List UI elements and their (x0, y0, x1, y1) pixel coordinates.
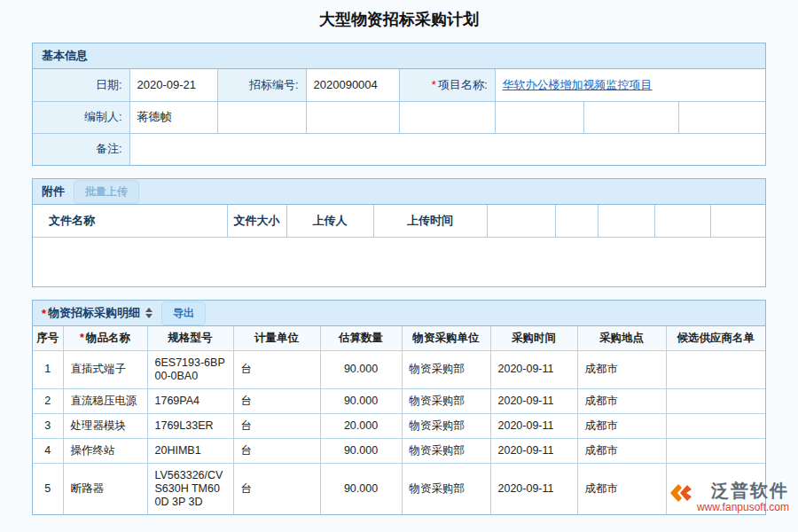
details-column-header: 采购地点 (577, 326, 666, 350)
table-cell: 3 (33, 413, 63, 438)
compiler-label: 编制人: (33, 101, 129, 133)
table-cell: 90.000 (320, 438, 402, 463)
bid-no-value: 2020090004 (306, 69, 399, 101)
sort-icon[interactable] (145, 308, 153, 318)
table-cell: 2020-09-11 (490, 463, 577, 514)
table-cell: 1 (33, 350, 63, 388)
empty-cell (495, 101, 583, 133)
basic-info-section-header: 基本信息 (33, 43, 765, 69)
watermark-brand: 泛普软件 (711, 480, 789, 501)
project-name-label-text: 项目名称: (438, 78, 488, 91)
fanpu-logo-icon (669, 480, 693, 509)
table-cell: 操作终站 (63, 438, 147, 463)
basic-info-table: 日期: 2020-09-21 招标编号: 2020090004 *项目名称: 华… (33, 69, 765, 165)
table-row[interactable]: 1直插式端子6ES7193-6BP00-0BA0台90.000物资采购部2020… (33, 350, 765, 388)
batch-upload-button[interactable]: 批量上传 (74, 180, 139, 204)
attachments-column-header (487, 205, 555, 237)
compiler-value: 蒋德帧 (129, 101, 217, 133)
details-section: * 物资招标采购明细 导出 序号*物品名称规格型号计量单位估算数量物资采购单位采… (32, 300, 766, 515)
table-cell: 2 (33, 388, 63, 413)
table-cell (666, 413, 765, 438)
table-cell: 成都市 (577, 350, 666, 388)
required-mark: * (80, 332, 84, 344)
table-row[interactable]: 5断路器LV563326/CVS630H TM600D 3P 3D台90.000… (33, 463, 765, 514)
export-button[interactable]: 导出 (161, 301, 206, 325)
details-column-header: 序号 (33, 326, 63, 350)
table-cell: 台 (233, 413, 320, 438)
page-title: 大型物资招标采购计划 (0, 9, 798, 30)
table-cell: 6ES7193-6BP00-0BA0 (147, 350, 233, 388)
details-column-header: 采购时间 (490, 326, 577, 350)
attachments-column-header (555, 205, 598, 237)
table-cell: 物资采购部 (402, 463, 490, 514)
bid-no-label: 招标编号: (217, 69, 306, 101)
table-cell: 2020-09-11 (490, 438, 577, 463)
details-title-wrap: * 物资招标采购明细 (42, 305, 140, 321)
table-row[interactable]: 3处理器模块1769L33ER台20.000物资采购部2020-09-11成都市 (33, 413, 765, 438)
table-cell: 直插式端子 (63, 350, 147, 388)
table-cell (666, 438, 765, 463)
required-mark: * (42, 307, 46, 320)
details-section-title: 物资招标采购明细 (48, 305, 140, 321)
table-cell: 台 (233, 438, 320, 463)
project-name-label: *项目名称: (399, 69, 495, 101)
details-column-header: 计量单位 (233, 326, 320, 350)
table-row[interactable]: 2直流稳压电源1769PA4台90.000物资采购部2020-09-11成都市 (33, 388, 765, 413)
table-cell: 断路器 (63, 463, 147, 514)
table-cell (666, 350, 765, 388)
basic-info-section-title: 基本信息 (42, 48, 88, 64)
attachments-empty-row (33, 237, 765, 286)
attachments-table: 文件名称 文件大小 上传人 上传时间 (33, 205, 765, 286)
project-name-cell: 华软办公楼增加视频监控项目 (495, 69, 765, 101)
attachments-column-header: 上传人 (286, 205, 373, 237)
details-column-header: 规格型号 (147, 326, 233, 350)
table-cell: 物资采购部 (402, 438, 490, 463)
attachments-column-header (598, 205, 654, 237)
details-body: 1直插式端子6ES7193-6BP00-0BA0台90.000物资采购部2020… (33, 350, 765, 514)
table-cell: 90.000 (320, 463, 402, 514)
table-cell: 90.000 (320, 350, 402, 388)
table-cell: 处理器模块 (63, 413, 147, 438)
attachments-column-header (710, 205, 765, 237)
table-cell: 1769PA4 (147, 388, 233, 413)
table-cell: 直流稳压电源 (63, 388, 147, 413)
details-table: 序号*物品名称规格型号计量单位估算数量物资采购单位采购时间采购地点候选供应商名单… (33, 326, 765, 514)
attachments-header-row: 文件名称 文件大小 上传人 上传时间 (33, 205, 765, 237)
basic-info-row-1: 日期: 2020-09-21 招标编号: 2020090004 *项目名称: 华… (33, 69, 765, 101)
table-cell: 90.000 (320, 388, 402, 413)
details-column-header: *物品名称 (63, 326, 147, 350)
empty-cell (583, 101, 678, 133)
table-cell: 物资采购部 (402, 350, 490, 388)
table-cell: 5 (33, 463, 63, 514)
watermark-url: www.fanpusoft.com (697, 501, 789, 513)
sort-up-icon (145, 308, 153, 312)
table-cell: 台 (233, 463, 320, 514)
table-cell: 4 (33, 438, 63, 463)
table-cell (666, 388, 765, 413)
table-cell: 台 (233, 388, 320, 413)
table-cell: 成都市 (577, 438, 666, 463)
table-cell: 成都市 (577, 463, 666, 514)
required-mark: * (432, 78, 436, 91)
attachments-column-header (654, 205, 710, 237)
table-row[interactable]: 4操作终站20HIMB1台90.000物资采购部2020-09-11成都市 (33, 438, 765, 463)
table-cell: 1769L33ER (147, 413, 233, 438)
watermark: 泛普软件 www.fanpusoft.com (669, 480, 789, 513)
attachments-section: 附件 批量上传 文件名称 文件大小 上传人 上传时间 (32, 178, 766, 287)
details-column-header: 物资采购单位 (402, 326, 490, 350)
remark-value (129, 133, 765, 165)
table-cell: 物资采购部 (402, 388, 490, 413)
empty-cell (399, 101, 495, 133)
basic-info-row-2: 编制人: 蒋德帧 (33, 101, 765, 133)
attachments-section-header: 附件 批量上传 (33, 179, 765, 205)
table-cell: 2020-09-11 (490, 350, 577, 388)
project-name-link[interactable]: 华软办公楼增加视频监控项目 (503, 78, 653, 91)
remark-label: 备注: (33, 133, 129, 165)
date-label: 日期: (33, 69, 129, 101)
basic-info-section: 基本信息 日期: 2020-09-21 招标编号: 2020090004 *项目… (32, 43, 766, 166)
empty-cell (217, 101, 306, 133)
details-column-header: 估算数量 (320, 326, 402, 350)
basic-info-row-3: 备注: (33, 133, 765, 165)
empty-cell (678, 101, 765, 133)
table-cell: 成都市 (577, 413, 666, 438)
